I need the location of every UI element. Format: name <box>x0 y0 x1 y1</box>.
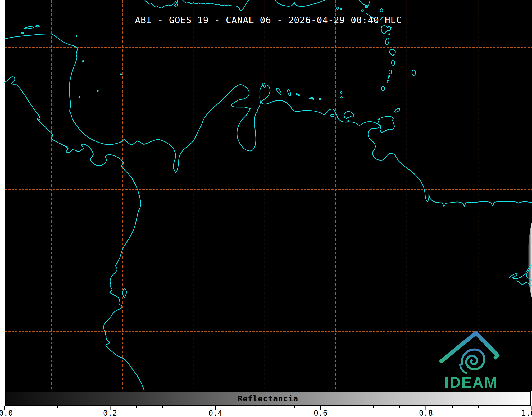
colorbar-minor-tick <box>31 406 31 408</box>
satellite-map: IDEAM <box>0 0 532 417</box>
colorbar-minor-tick <box>136 406 137 408</box>
colorbar-minor-tick <box>268 406 268 408</box>
colorbar-tick-label: 0.6 <box>314 409 328 417</box>
colorbar-tick-label: 0.0 <box>0 409 13 417</box>
colorbar-minor-tick <box>294 406 295 408</box>
colorbar-tick-label: 0.2 <box>103 409 117 417</box>
colorbar-minor-tick <box>84 406 84 408</box>
colorbar-tick-label: 0.4 <box>208 409 222 417</box>
colorbar-minor-tick <box>57 406 58 408</box>
colorbar-minor-tick <box>189 406 189 408</box>
colorbar-minor-tick <box>242 406 242 408</box>
colorbar-minor-tick <box>162 406 163 408</box>
colorbar: Reflectancia <box>5 391 531 406</box>
colorbar-minor-tick <box>399 406 400 408</box>
colorbar-tick-label: 0.8 <box>419 409 433 417</box>
colorbar-minor-tick <box>452 406 453 408</box>
ideam-wordmark: IDEAM <box>444 374 498 391</box>
colorbar-minor-tick <box>373 406 374 408</box>
colorbar-tick-label: 1.0 <box>521 409 532 417</box>
colorbar-minor-tick <box>505 406 505 408</box>
colorbar-label: Reflectancia <box>6 392 530 405</box>
colorbar-ticks: 0.00.20.40.60.81.0 <box>5 406 531 417</box>
map-background <box>5 0 532 391</box>
colorbar-minor-tick <box>347 406 347 408</box>
image-title: ABI - GOES 19 - CANAL 06 - 2026-04-29 00… <box>5 15 532 25</box>
colorbar-minor-tick <box>478 406 479 408</box>
